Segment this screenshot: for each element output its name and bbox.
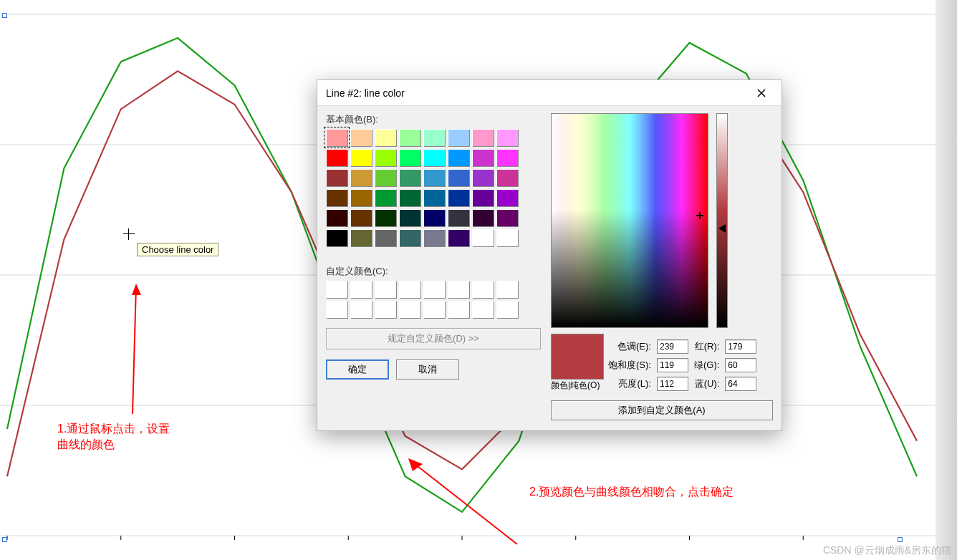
custom-color-slot[interactable] (326, 281, 347, 298)
basic-color-swatch[interactable] (496, 129, 518, 146)
lum-label: 亮度(L): (608, 377, 651, 390)
custom-color-slot[interactable] (399, 301, 420, 318)
basic-color-swatch[interactable] (350, 129, 372, 146)
green-label: 绿(G): (694, 359, 719, 372)
custom-colors-grid (326, 281, 541, 318)
cancel-button[interactable]: 取消 (396, 359, 459, 380)
basic-color-swatch[interactable] (423, 169, 445, 186)
custom-color-slot[interactable] (350, 301, 372, 318)
basic-color-swatch[interactable] (448, 129, 469, 146)
basic-color-swatch[interactable] (448, 149, 469, 166)
basic-color-swatch[interactable] (448, 169, 469, 186)
custom-color-slot[interactable] (375, 281, 396, 298)
custom-color-slot[interactable] (423, 301, 445, 318)
basic-color-swatch[interactable] (399, 229, 420, 246)
basic-color-swatch[interactable] (350, 209, 372, 226)
annotation-text-2: 2.预览颜色与曲线颜色相吻合，点击确定 (529, 484, 734, 500)
green-input[interactable] (725, 358, 756, 372)
basic-color-swatch[interactable] (375, 189, 396, 206)
basic-color-swatch[interactable] (350, 149, 372, 166)
basic-color-swatch[interactable] (448, 189, 469, 206)
basic-color-swatch[interactable] (399, 209, 420, 226)
close-icon (757, 89, 766, 97)
custom-color-slot[interactable] (472, 281, 494, 298)
basic-color-swatch[interactable] (472, 129, 494, 146)
basic-colors-label: 基本颜色(B): (326, 113, 541, 126)
hue-sat-field[interactable] (551, 113, 708, 328)
lum-input[interactable] (657, 377, 688, 391)
color-preview (551, 334, 604, 380)
basic-color-swatch[interactable] (399, 189, 420, 206)
preview-label: 颜色|纯色(O) (551, 380, 604, 392)
basic-color-swatch[interactable] (423, 189, 445, 206)
basic-color-swatch[interactable] (423, 129, 445, 146)
basic-color-swatch[interactable] (472, 189, 494, 206)
red-label: 红(R): (694, 340, 719, 353)
basic-color-swatch[interactable] (350, 189, 372, 206)
basic-color-swatch[interactable] (423, 149, 445, 166)
basic-color-swatch[interactable] (496, 189, 518, 206)
custom-color-slot[interactable] (496, 301, 518, 318)
basic-color-swatch[interactable] (423, 229, 445, 246)
dialog-titlebar[interactable]: Line #2: line color (317, 80, 782, 106)
close-button[interactable] (747, 84, 776, 102)
basic-color-swatch[interactable] (496, 209, 518, 226)
annotation-text-1: 1.通过鼠标点击，设置 曲线的颜色 (57, 421, 170, 453)
custom-color-slot[interactable] (375, 301, 396, 318)
dialog-title: Line #2: line color (326, 87, 747, 99)
ok-button[interactable]: 确定 (326, 359, 389, 380)
basic-color-swatch[interactable] (399, 129, 420, 146)
basic-color-swatch[interactable] (472, 169, 494, 186)
basic-color-swatch[interactable] (326, 209, 347, 226)
color-picker-dialog: Line #2: line color 基本颜色(B): 自定义颜色(C): 规… (317, 79, 782, 431)
red-input[interactable] (725, 339, 756, 354)
hue-label: 色调(E): (608, 340, 651, 353)
basic-color-swatch[interactable] (326, 189, 347, 206)
basic-color-swatch[interactable] (496, 229, 518, 246)
basic-color-swatch[interactable] (399, 149, 420, 166)
basic-color-swatch[interactable] (350, 229, 372, 246)
basic-color-swatch[interactable] (326, 229, 347, 246)
basic-color-swatch[interactable] (326, 149, 347, 166)
basic-color-swatch[interactable] (375, 169, 396, 186)
basic-color-swatch[interactable] (326, 129, 347, 146)
custom-color-slot[interactable] (423, 281, 445, 298)
basic-color-swatch[interactable] (472, 149, 494, 166)
luminance-arrow-icon[interactable] (718, 224, 726, 233)
blue-input[interactable] (725, 377, 756, 391)
custom-color-slot[interactable] (448, 301, 469, 318)
basic-color-swatch[interactable] (448, 229, 469, 246)
custom-colors-label: 自定义颜色(C): (326, 265, 541, 278)
basic-color-swatch[interactable] (375, 129, 396, 146)
basic-color-swatch[interactable] (326, 169, 347, 186)
custom-color-slot[interactable] (399, 281, 420, 298)
basic-color-swatch[interactable] (496, 169, 518, 186)
basic-color-swatch[interactable] (423, 209, 445, 226)
watermark: CSDN @云烟成雨&房东的猫 (823, 544, 951, 557)
basic-color-swatch[interactable] (496, 149, 518, 166)
custom-color-slot[interactable] (448, 281, 469, 298)
basic-color-swatch[interactable] (375, 229, 396, 246)
basic-color-swatch[interactable] (448, 209, 469, 226)
hue-input[interactable] (657, 339, 688, 354)
add-to-custom-button[interactable]: 添加到自定义颜色(A) (551, 400, 773, 420)
basic-color-swatch[interactable] (375, 209, 396, 226)
hue-sat-marker-icon[interactable] (696, 212, 703, 219)
basic-color-swatch[interactable] (472, 229, 494, 246)
custom-color-slot[interactable] (326, 301, 347, 318)
custom-color-slot[interactable] (472, 301, 494, 318)
sat-label: 饱和度(S): (608, 359, 651, 372)
custom-color-slot[interactable] (496, 281, 518, 298)
basic-color-swatch[interactable] (472, 209, 494, 226)
custom-color-slot[interactable] (350, 281, 372, 298)
basic-color-swatch[interactable] (399, 169, 420, 186)
luminance-bar[interactable] (716, 113, 728, 328)
basic-colors-grid (326, 129, 541, 246)
basic-color-swatch[interactable] (375, 149, 396, 166)
define-custom-colors-button[interactable]: 规定自定义颜色(D) >> (326, 328, 541, 349)
sat-input[interactable] (657, 358, 688, 372)
blue-label: 蓝(U): (694, 377, 719, 390)
basic-color-swatch[interactable] (350, 169, 372, 186)
svg-line-15 (411, 461, 517, 544)
